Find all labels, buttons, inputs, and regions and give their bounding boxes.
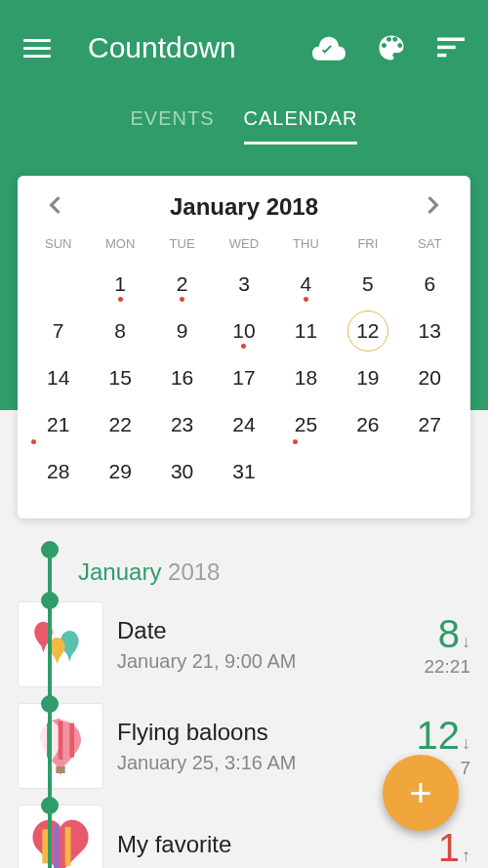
- date-cell: [399, 448, 461, 495]
- date-cell[interactable]: 19: [337, 354, 398, 401]
- date-cell[interactable]: 12: [337, 308, 398, 354]
- date-cell[interactable]: 22: [89, 401, 150, 448]
- svg-rect-9: [65, 827, 71, 866]
- date-cell[interactable]: 7: [27, 308, 89, 354]
- date-cell[interactable]: 17: [213, 354, 274, 401]
- date-cell[interactable]: 30: [151, 448, 213, 495]
- event-icon: [18, 805, 103, 868]
- dow-label: MON: [89, 236, 150, 261]
- date-cell[interactable]: 14: [27, 354, 89, 401]
- date-cell[interactable]: 31: [213, 448, 274, 495]
- date-cell[interactable]: 28: [27, 448, 89, 495]
- hamburger-icon[interactable]: [23, 34, 51, 62]
- date-cell[interactable]: 4: [275, 261, 337, 308]
- date-cell[interactable]: 10: [213, 308, 274, 354]
- event-icon: [18, 601, 103, 687]
- timeline-node: [41, 695, 59, 713]
- timeline-node: [41, 797, 59, 814]
- date-cell[interactable]: 3: [213, 261, 274, 308]
- svg-rect-8: [54, 825, 60, 868]
- timeline-month-label: January 2018: [18, 535, 470, 586]
- date-cell[interactable]: 26: [337, 401, 398, 448]
- date-cell[interactable]: 15: [89, 354, 150, 401]
- dow-label: TUE: [151, 236, 213, 261]
- svg-rect-5: [69, 723, 74, 758]
- date-cell[interactable]: 18: [275, 354, 337, 401]
- event-name: Date: [117, 617, 296, 644]
- event-date: January 21, 9:00 AM: [117, 650, 296, 673]
- date-cell[interactable]: 5: [337, 261, 398, 308]
- date-cell[interactable]: 13: [399, 308, 461, 354]
- timeline-node: [41, 541, 59, 558]
- date-cell: [337, 448, 398, 495]
- palette-icon[interactable]: [375, 33, 408, 62]
- app-title: Countdown: [88, 31, 312, 64]
- date-cell: [275, 448, 337, 495]
- cloud-sync-icon[interactable]: [312, 34, 346, 62]
- dow-label: SAT: [399, 236, 461, 261]
- date-cell[interactable]: 2: [151, 261, 213, 308]
- date-cell[interactable]: 6: [399, 261, 461, 308]
- date-cell[interactable]: 20: [399, 354, 461, 401]
- calendar-month-title: January 2018: [170, 193, 318, 221]
- tab-events[interactable]: EVENTS: [131, 107, 215, 145]
- prev-month-icon[interactable]: [41, 196, 68, 218]
- svg-rect-1: [437, 46, 456, 50]
- date-cell[interactable]: 1: [89, 261, 150, 308]
- dow-label: WED: [213, 236, 274, 261]
- date-cell[interactable]: 8: [89, 308, 150, 354]
- date-cell[interactable]: 21: [27, 401, 89, 448]
- date-cell[interactable]: 11: [275, 308, 337, 354]
- date-cell[interactable]: 24: [213, 401, 274, 448]
- date-cell[interactable]: 23: [151, 401, 213, 448]
- svg-rect-4: [59, 721, 63, 760]
- event-countdown: 1↑: [438, 826, 470, 869]
- tab-calendar[interactable]: CALENDAR: [244, 107, 358, 145]
- svg-rect-0: [437, 38, 465, 42]
- event-name: Flying baloons: [117, 719, 296, 746]
- svg-rect-6: [56, 766, 64, 773]
- date-cell[interactable]: 29: [89, 448, 150, 495]
- event-countdown: 8↓ 22:21: [424, 612, 470, 678]
- date-cell: [27, 261, 89, 308]
- next-month-icon[interactable]: [420, 196, 447, 218]
- add-button[interactable]: +: [383, 755, 459, 831]
- dow-label: THU: [275, 236, 337, 261]
- dow-label: SUN: [27, 236, 89, 261]
- sort-icon[interactable]: [437, 37, 465, 59]
- date-cell[interactable]: 27: [399, 401, 461, 448]
- date-cell[interactable]: 25: [275, 401, 337, 448]
- event-item[interactable]: Date January 21, 9:00 AM 8↓ 22:21: [18, 601, 470, 687]
- event-icon: [18, 703, 103, 789]
- timeline-node: [41, 592, 59, 609]
- event-date: January 25, 3:16 AM: [117, 752, 296, 774]
- event-name: My favorite: [117, 831, 231, 858]
- date-cell[interactable]: 16: [151, 354, 213, 401]
- date-cell[interactable]: 9: [151, 308, 213, 354]
- calendar-card: January 2018 SUNMONTUEWEDTHUFRISAT 12345…: [18, 176, 470, 518]
- svg-rect-2: [437, 54, 446, 58]
- dow-label: FRI: [337, 236, 398, 261]
